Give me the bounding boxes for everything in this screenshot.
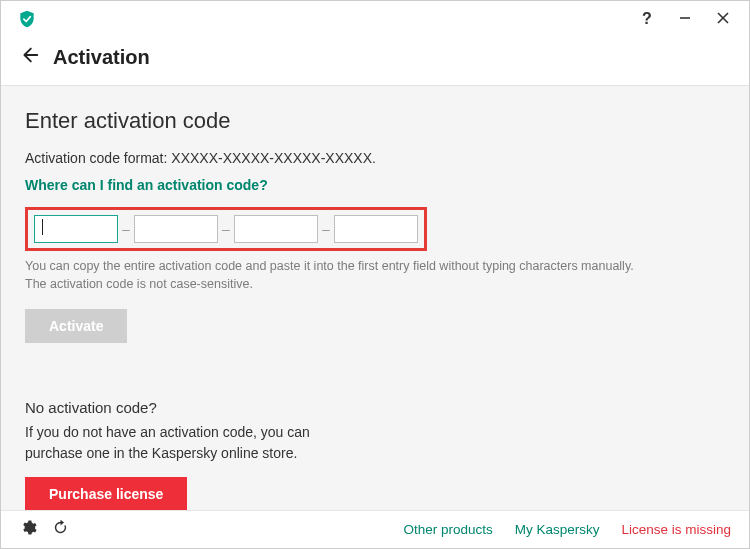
hint-line-2: The activation code is not case-sensitiv… bbox=[25, 277, 253, 291]
code-separator: – bbox=[118, 221, 134, 237]
code-segment-2[interactable] bbox=[134, 215, 218, 243]
page-header: Activation bbox=[1, 37, 749, 86]
help-icon: ? bbox=[642, 10, 652, 28]
format-hint: Activation code format: XXXXX-XXXXX-XXXX… bbox=[25, 150, 725, 166]
content-heading: Enter activation code bbox=[25, 108, 725, 134]
no-code-text: If you do not have an activation code, y… bbox=[25, 422, 365, 463]
code-segment-1[interactable] bbox=[34, 215, 118, 243]
activation-code-row: – – – bbox=[25, 207, 725, 251]
paste-hint: You can copy the entire activation code … bbox=[25, 257, 725, 293]
content-area: Enter activation code Activation code fo… bbox=[1, 86, 749, 510]
arrow-left-icon bbox=[18, 44, 40, 71]
back-button[interactable] bbox=[15, 43, 43, 71]
activation-window: ? Activation Enter activation code Ac bbox=[0, 0, 750, 549]
find-code-link[interactable]: Where can I find an activation code? bbox=[25, 177, 268, 193]
minimize-icon bbox=[679, 10, 691, 28]
purchase-license-button[interactable]: Purchase license bbox=[25, 477, 187, 510]
no-code-title: No activation code? bbox=[25, 399, 725, 416]
close-icon bbox=[717, 10, 729, 28]
my-kaspersky-link[interactable]: My Kaspersky bbox=[515, 522, 600, 537]
activate-button[interactable]: Activate bbox=[25, 309, 127, 343]
other-products-link[interactable]: Other products bbox=[403, 522, 492, 537]
license-missing-link[interactable]: License is missing bbox=[621, 522, 731, 537]
footer: Other products My Kaspersky License is m… bbox=[1, 510, 749, 548]
refresh-icon bbox=[52, 519, 69, 540]
no-code-section: No activation code? If you do not have a… bbox=[25, 399, 725, 510]
hint-line-1: You can copy the entire activation code … bbox=[25, 259, 634, 273]
gear-icon bbox=[20, 519, 37, 540]
kaspersky-logo-icon bbox=[17, 9, 37, 29]
code-separator: – bbox=[318, 221, 334, 237]
refresh-button[interactable] bbox=[51, 521, 69, 539]
help-button[interactable]: ? bbox=[629, 5, 665, 33]
code-segment-4[interactable] bbox=[334, 215, 418, 243]
code-segment-3[interactable] bbox=[234, 215, 318, 243]
code-separator: – bbox=[218, 221, 234, 237]
close-button[interactable] bbox=[705, 5, 741, 33]
page-title: Activation bbox=[53, 46, 150, 69]
settings-button[interactable] bbox=[19, 521, 37, 539]
titlebar: ? bbox=[1, 1, 749, 37]
minimize-button[interactable] bbox=[667, 5, 703, 33]
activation-code-highlight: – – – bbox=[25, 207, 427, 251]
